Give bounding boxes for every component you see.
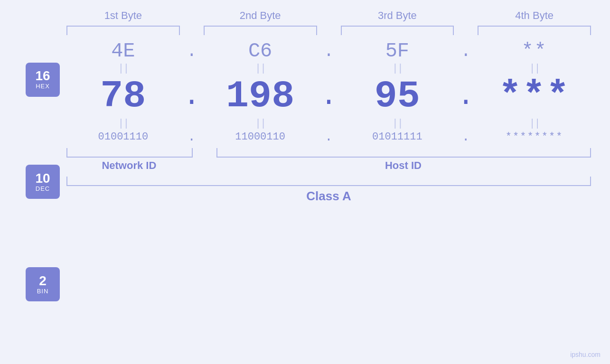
bin-dot2: . bbox=[317, 130, 341, 144]
dec-row: 78 . 198 . 95 . *** bbox=[66, 75, 591, 118]
dec-b2: 198 bbox=[204, 75, 317, 118]
bin-b1: 01001110 bbox=[66, 131, 180, 143]
bytes-area: 1st Byte 2nd Byte 3rd Byte 4th Byte bbox=[66, 9, 591, 355]
network-id-label: Network ID bbox=[66, 159, 192, 172]
bin-row: 01001110 . 11000110 . 01011111 . *******… bbox=[66, 130, 591, 144]
bin-dot3: . bbox=[454, 130, 478, 144]
eq1-b3: || bbox=[341, 63, 454, 75]
byte4-header: 4th Byte bbox=[478, 9, 591, 26]
eq1-b2: || bbox=[204, 63, 317, 75]
dec-dot2: . bbox=[317, 80, 341, 112]
main-container: 16 HEX 10 DEC 2 BIN 1st Byte 2nd bbox=[0, 0, 610, 364]
byte2-header: 2nd Byte bbox=[204, 9, 317, 26]
bracket-b4 bbox=[478, 26, 591, 35]
eq2-b2: || bbox=[204, 118, 317, 130]
dec-dot1: . bbox=[180, 80, 204, 112]
bin-badge: 2 BIN bbox=[26, 267, 60, 301]
hex-b1: 4E bbox=[66, 40, 180, 63]
equals-row-1: || || || || bbox=[66, 63, 591, 75]
dec-badge: 10 DEC bbox=[26, 165, 60, 199]
watermark: ipshu.com bbox=[570, 351, 601, 358]
hex-dot1: . bbox=[180, 42, 204, 61]
bin-b2: 11000110 bbox=[204, 131, 317, 143]
network-bracket bbox=[66, 148, 193, 158]
bin-b3: 01011111 bbox=[341, 131, 454, 143]
byte-headers-row: 1st Byte 2nd Byte 3rd Byte 4th Byte bbox=[66, 9, 591, 26]
byte1-header: 1st Byte bbox=[66, 9, 180, 26]
bin-dot1: . bbox=[180, 130, 204, 144]
hex-b3: 5F bbox=[341, 40, 454, 63]
bottom-section: Network ID Host ID bbox=[66, 148, 591, 172]
badge-column: 16 HEX 10 DEC 2 BIN bbox=[19, 9, 66, 355]
bracket-b3 bbox=[341, 26, 454, 35]
dec-b1: 78 bbox=[66, 75, 180, 118]
eq2-b3: || bbox=[341, 118, 454, 130]
eq1-b1: || bbox=[66, 63, 180, 75]
hex-dot2: . bbox=[317, 42, 341, 61]
bottom-brackets bbox=[66, 148, 591, 158]
eq1-b4: || bbox=[478, 63, 591, 75]
bin-b4: ******** bbox=[478, 131, 591, 143]
eq2-b1: || bbox=[66, 118, 180, 130]
hex-b4: ** bbox=[478, 40, 591, 63]
class-label: Class A bbox=[66, 189, 591, 204]
class-bracket bbox=[66, 177, 591, 186]
bracket-b2 bbox=[204, 26, 317, 35]
eq2-b4: || bbox=[478, 118, 591, 130]
dec-b3: 95 bbox=[341, 75, 454, 118]
bottom-labels: Network ID Host ID bbox=[66, 159, 591, 172]
host-bracket bbox=[216, 148, 591, 158]
dec-b4: *** bbox=[478, 75, 591, 118]
hex-b2: C6 bbox=[204, 40, 317, 63]
equals-row-2: || || || || bbox=[66, 118, 591, 130]
hex-badge: 16 HEX bbox=[26, 63, 60, 97]
hex-row: 4E . C6 . 5F . ** bbox=[66, 40, 591, 63]
top-brackets bbox=[66, 26, 591, 35]
bracket-b1 bbox=[66, 26, 180, 35]
host-id-label: Host ID bbox=[216, 159, 591, 172]
class-section: Class A bbox=[66, 177, 591, 204]
dec-dot3: . bbox=[454, 80, 478, 112]
byte3-header: 3rd Byte bbox=[341, 9, 454, 26]
hex-dot3: . bbox=[454, 42, 478, 61]
